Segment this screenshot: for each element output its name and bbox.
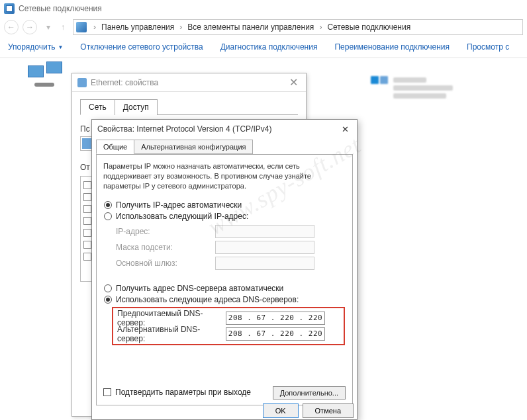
validate-on-exit-checkbox[interactable]: Подтвердить параметры при выходе [103, 388, 251, 397]
forward-button[interactable]: → [23, 20, 37, 34]
close-button[interactable]: ✕ [339, 124, 352, 134]
ethernet-adapter-icon[interactable] [28, 62, 62, 88]
ipv4-properties-dialog: Свойства: Internet Protocol Version 4 (T… [91, 119, 358, 420]
second-adapter[interactable] [371, 76, 463, 103]
tab-access[interactable]: Доступ [115, 99, 158, 115]
gateway-label: Основной шлюз: [116, 259, 215, 268]
tab-network[interactable]: Сеть [80, 99, 115, 115]
window-title: Сетевые подключения [19, 4, 102, 13]
dns-highlight-box: Предпочитаемый DNS-сервер: 208 . 67 . 22… [112, 307, 345, 345]
radio-icon [104, 212, 112, 220]
close-button[interactable]: ✕ [287, 76, 301, 89]
explorer-navbar: ← → ▾ ↑ › Панель управления › Все элемен… [0, 17, 527, 37]
checkbox-icon [103, 388, 111, 396]
disable-device-button[interactable]: Отключение сетевого устройства [80, 42, 203, 52]
control-panel-icon [76, 22, 87, 32]
radio-icon [104, 284, 112, 292]
cancel-button[interactable]: Отмена [303, 403, 354, 418]
ethernet-window-title: Ethernet: свойства [91, 78, 287, 87]
network-icon [4, 3, 15, 14]
alternate-dns-label: Альтернативный DNS-сервер: [117, 325, 226, 343]
rename-button[interactable]: Переименование подключения [334, 42, 450, 52]
radio-icon [104, 201, 112, 209]
address-bar[interactable]: › Панель управления › Все элементы панел… [73, 19, 523, 35]
preferred-dns-input[interactable]: 208 . 67 . 220 . 220 [226, 312, 325, 325]
crumb-net[interactable]: Сетевые подключения [326, 22, 412, 32]
organize-button[interactable]: Упорядочить▼ [8, 42, 63, 52]
crumb-all[interactable]: Все элементы панели управления [186, 22, 315, 32]
up-button[interactable]: ↑ [56, 20, 70, 34]
view-status-button[interactable]: Просмотр с [467, 42, 509, 52]
ip-address-input [215, 225, 314, 238]
diagnose-button[interactable]: Диагностика подключения [220, 42, 318, 52]
advanced-button[interactable]: Дополнительно... [273, 386, 346, 399]
ip-address-label: IP-адрес: [116, 227, 215, 236]
explorer-toolbar: Упорядочить▼ Отключение сетевого устройс… [0, 37, 527, 58]
ethernet-icon [77, 78, 87, 87]
back-button[interactable]: ← [4, 20, 19, 34]
tab-alt-config[interactable]: Альтернативная конфигурация [134, 140, 253, 154]
alternate-dns-input[interactable]: 208 . 67 . 220 . 220 [226, 327, 325, 341]
ok-button[interactable]: OK [263, 403, 299, 418]
ipv4-dialog-title: Свойства: Internet Protocol Version 4 (T… [97, 124, 339, 134]
explorer-titlebar: Сетевые подключения [0, 0, 527, 17]
tab-general[interactable]: Общие [96, 140, 134, 154]
subnet-mask-input [215, 241, 314, 254]
recent-button[interactable]: ▾ [41, 20, 56, 34]
radio-dns-manual[interactable]: Использовать следующие адреса DNS-сервер… [104, 295, 345, 304]
intro-text: Параметры IP можно назначать автоматичес… [103, 161, 346, 191]
radio-icon [104, 296, 112, 304]
radio-ip-manual[interactable]: Использовать следующий IP-адрес: [104, 212, 345, 221]
radio-ip-auto[interactable]: Получить IP-адрес автоматически [104, 200, 345, 210]
gateway-input [215, 257, 314, 270]
radio-dns-auto[interactable]: Получить адрес DNS-сервера автоматически [104, 284, 345, 293]
subnet-mask-label: Маска подсети: [116, 243, 215, 252]
crumb-cp[interactable]: Панель управления [100, 22, 175, 32]
